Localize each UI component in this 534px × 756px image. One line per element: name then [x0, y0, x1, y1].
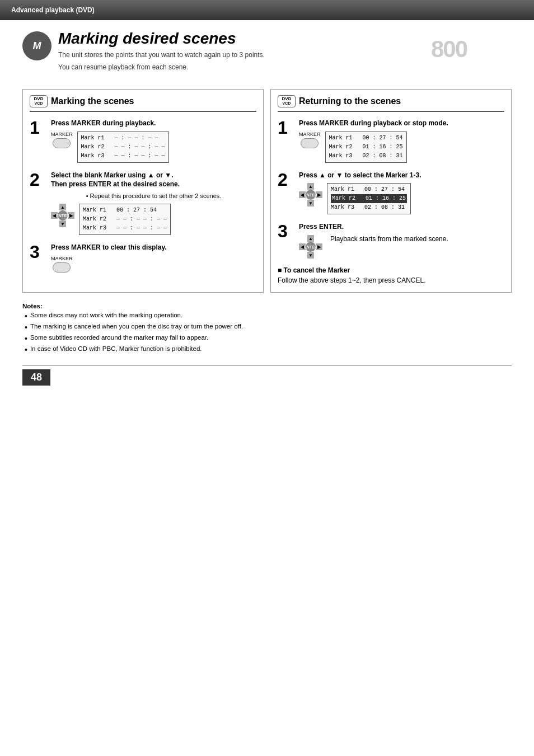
- dpad-center-r3: ENTER: [306, 242, 316, 252]
- dpad-down-r3: ▼: [307, 252, 314, 259]
- mark-display-r1: Mark r1 00 : 27 : 54 Mark r2 01 : 16 : 2…: [325, 132, 407, 163]
- note-item-3: • Some subtitles recorded around the mar…: [22, 334, 512, 344]
- mark-row: Mark r1 — : — — : — —: [81, 134, 165, 143]
- ret-step-3-content: Press ENTER. ▲ ENTER ▼ ◀ ▶ Playback star…: [299, 222, 504, 259]
- step-3-visual: MARKER: [51, 256, 256, 273]
- marking-step-3: 3 Press MARKER to clear this display. MA…: [30, 243, 256, 273]
- note-item-4: • In case of Video CD with PBC, Marker f…: [22, 345, 512, 355]
- marking-step-1: 1 Press MARKER during playback. MARKER M…: [30, 119, 256, 163]
- dvd-badge-left: DVD VCD: [30, 95, 48, 107]
- note-bullet-3: •: [25, 334, 27, 344]
- step-1-num: 1: [30, 119, 45, 137]
- note-text-4: In case of Video CD with PBC, Marker fun…: [30, 345, 202, 352]
- mark-row: Mark r2 01 : 16 : 25: [331, 194, 407, 203]
- step-1-instruction: Press MARKER during playback.: [51, 119, 256, 128]
- dpad-up-r3: ▲: [307, 235, 314, 242]
- mark-row: Mark r3 02 : 08 : 31: [331, 203, 407, 212]
- note-item-1: • Some discs may not work with the marki…: [22, 312, 512, 321]
- note-bullet-1: •: [25, 312, 27, 321]
- marker-btn-r1: [301, 138, 318, 148]
- mark-row: Mark r3 02 : 08 : 31: [329, 152, 403, 161]
- marker-block-1: MARKER: [51, 132, 73, 148]
- returning-title: Returning to the scenes: [299, 96, 401, 106]
- dpad-down: ▼: [59, 220, 66, 227]
- title-section: M Marking desired scenes The unit stores…: [22, 30, 512, 72]
- ret-step-1-content: Press MARKER during playback or stop mod…: [299, 119, 504, 163]
- ret-step-1-instruction: Press MARKER during playback or stop mod…: [299, 119, 504, 128]
- title-circle: M: [22, 31, 51, 60]
- marker-label-1: MARKER: [51, 132, 73, 137]
- ret-step-1-visual: MARKER Mark r1 00 : 27 : 54 Mark r2 01 :…: [299, 132, 504, 163]
- dpad-down-r2: ▼: [307, 200, 314, 206]
- step-3-content: Press MARKER to clear this display. MARK…: [51, 243, 256, 273]
- ret-step-2-content: Press ▲ or ▼ to select the Marker 1-3. ▲…: [299, 171, 504, 215]
- mark-row: Mark r3 — — : — — : — —: [83, 224, 167, 233]
- col-marking: DVD VCD Marking the scenes 1 Press MARKE…: [22, 89, 264, 293]
- decorative-number: 800: [431, 36, 467, 63]
- ret-step-3-instruction: Press ENTER.: [299, 222, 504, 232]
- marking-step-2: 2 Select the blank Marker using ▲ or ▼. …: [30, 171, 256, 236]
- page-number: 48: [22, 369, 50, 386]
- ret-step-2-instruction: Press ▲ or ▼ to select the Marker 1-3.: [299, 171, 504, 180]
- step-2-instruction: Select the blank Marker using ▲ or ▼. Th…: [51, 171, 256, 190]
- note-bullet-4: •: [25, 345, 27, 355]
- subtitle-line2: You can resume playback from each scene.: [58, 62, 512, 72]
- col-returning: DVD VCD Returning to the scenes 1 Press …: [270, 89, 512, 293]
- page-number-block: 48: [22, 365, 512, 386]
- ret-step-1-num: 1: [278, 119, 293, 137]
- dpad-r2: ▲ ENTER ▼ ◀ ▶: [299, 183, 322, 206]
- step-2-num: 2: [30, 171, 45, 189]
- marker-btn-3: [53, 262, 71, 273]
- step-2-visual: ▲ ENTER ▼ ◀ ▶ Mark r1 00 : 27 : 54 Mark …: [51, 204, 256, 235]
- circle-text: M: [33, 40, 41, 52]
- step-3-num: 3: [30, 243, 45, 261]
- marking-title: Marking the scenes: [51, 96, 134, 106]
- notes-section: Notes: • Some discs may not work with th…: [22, 303, 512, 354]
- ret-step-3-visual: ▲ ENTER ▼ ◀ ▶ Playback starts from the m…: [299, 235, 504, 259]
- marker-label-r1: MARKER: [299, 132, 321, 137]
- mark-row: Mark r2 — — : — — : — —: [83, 215, 167, 224]
- mark-row: Mark r1 00 : 27 : 54: [83, 206, 167, 215]
- marking-header: DVD VCD Marking the scenes: [30, 95, 256, 112]
- dpad-2: ▲ ENTER ▼ ◀ ▶: [51, 204, 74, 227]
- to-cancel-title: ■ To cancel the Marker: [278, 266, 504, 274]
- note-text-3: Some subtitles recorded around the marke…: [30, 334, 208, 341]
- two-columns: DVD VCD Marking the scenes 1 Press MARKE…: [22, 89, 512, 293]
- header-label: Advanced playback (DVD): [11, 6, 95, 14]
- notes-title: Notes:: [22, 303, 512, 309]
- note-item-2: • The marking is canceled when you open …: [22, 323, 512, 332]
- returning-step-3: 3 Press ENTER. ▲ ENTER ▼ ◀ ▶ Playback st…: [278, 222, 504, 259]
- step-1-visual: MARKER Mark r1 — : — — : — — Mark r2 — —…: [51, 132, 256, 163]
- mark-row: Mark r1 00 : 27 : 54: [329, 134, 403, 143]
- dpad-up: ▲: [59, 204, 66, 210]
- mark-row: Mark r2 01 : 16 : 25: [329, 143, 403, 152]
- ret-step-2-visual: ▲ ENTER ▼ ◀ ▶ Mark r1 00 : 27 : 54 Mark …: [299, 183, 504, 214]
- mark-display-r2: Mark r1 00 : 27 : 54 Mark r2 01 : 16 : 2…: [327, 183, 411, 214]
- step-2-note: • Repeat this procedure to set the other…: [51, 192, 256, 199]
- ret-step-3-note: Playback starts from the marked scene.: [330, 235, 448, 243]
- mark-display-1: Mark r1 — : — — : — — Mark r2 — — : — — …: [77, 132, 169, 163]
- to-cancel-text: Follow the above steps 1~2, then press C…: [278, 276, 504, 284]
- marker-btn-1: [53, 138, 71, 148]
- mark-display-2: Mark r1 00 : 27 : 54 Mark r2 — — : — — :…: [79, 204, 171, 235]
- returning-header: DVD VCD Returning to the scenes: [278, 95, 504, 112]
- dvd-badge-right: DVD VCD: [278, 95, 296, 107]
- dpad-center-r2: ENTER: [306, 190, 316, 200]
- header-bar: Advanced playback (DVD): [0, 0, 534, 20]
- ret-step-3-num: 3: [278, 222, 293, 240]
- ret-step-2-num: 2: [278, 171, 293, 189]
- mark-row: Mark r1 00 : 27 : 54: [331, 185, 407, 194]
- returning-step-1: 1 Press MARKER during playback or stop m…: [278, 119, 504, 163]
- step-2-content: Select the blank Marker using ▲ or ▼. Th…: [51, 171, 256, 236]
- marker-block-r1: MARKER: [299, 132, 321, 148]
- mark-row: Mark r3 — — : — — : — —: [81, 152, 165, 161]
- to-cancel-block: ■ To cancel the Marker Follow the above …: [278, 266, 504, 284]
- note-text-1: Some discs may not work with the marking…: [30, 312, 182, 318]
- returning-step-2: 2 Press ▲ or ▼ to select the Marker 1-3.…: [278, 171, 504, 215]
- mark-row: Mark r2 — — : — — : — —: [81, 143, 165, 152]
- dpad-up-r2: ▲: [307, 183, 314, 190]
- step-1-content: Press MARKER during playback. MARKER Mar…: [51, 119, 256, 163]
- dpad-center: ENTER: [58, 210, 68, 220]
- note-bullet-2: •: [25, 323, 27, 332]
- step-3-instruction: Press MARKER to clear this display.: [51, 243, 256, 252]
